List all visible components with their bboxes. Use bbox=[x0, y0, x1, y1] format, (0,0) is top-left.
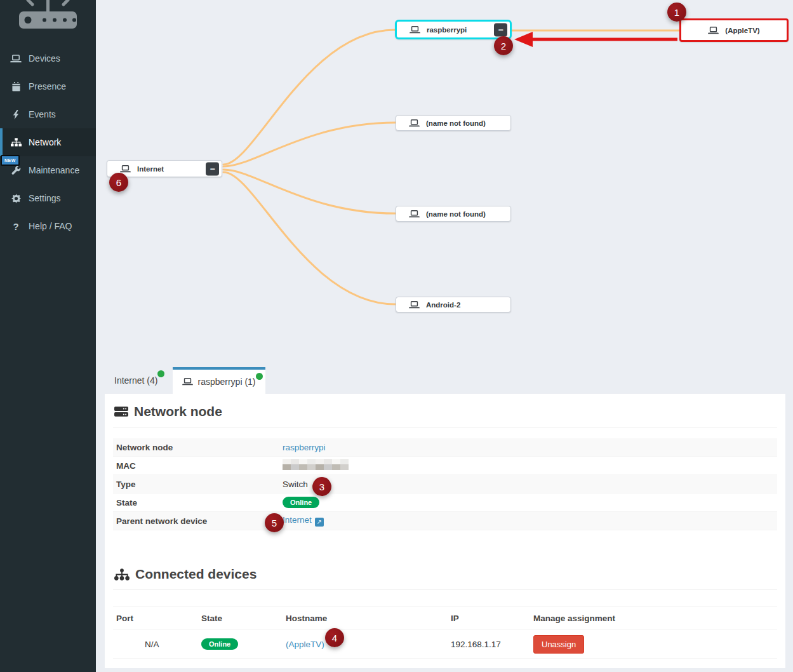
network-node-table: Network node raspberrypi MAC Type Switch… bbox=[113, 438, 777, 530]
port-value: N/A bbox=[116, 640, 201, 649]
annotation-arrow bbox=[514, 32, 677, 47]
connected-devices-table: Port State Hostname IP Manage assignment… bbox=[113, 606, 777, 659]
annotation-badge-4: 4 bbox=[325, 628, 344, 647]
sidebar-item-label: Settings bbox=[29, 193, 61, 203]
gear-icon bbox=[10, 194, 22, 203]
sitemap-icon bbox=[10, 138, 22, 147]
mac-redacted-value bbox=[283, 459, 349, 470]
laptop-icon bbox=[120, 165, 131, 173]
laptop-icon bbox=[409, 301, 420, 309]
detail-panel: Network node Network node raspberrypi MA… bbox=[105, 394, 785, 668]
row-label: MAC bbox=[116, 461, 283, 471]
type-value: Switch bbox=[283, 480, 774, 489]
sidebar-item-label: Network bbox=[29, 137, 61, 147]
section-title-text: Connected devices bbox=[135, 567, 257, 582]
divider bbox=[113, 427, 777, 427]
laptop-icon bbox=[708, 27, 719, 34]
col-state: State bbox=[201, 614, 286, 623]
detail-tabs: Internet (4) raspberrypi (1) bbox=[105, 367, 265, 394]
table-row: N/A Online (AppleTV) 192.168.1.17 Unassi… bbox=[113, 630, 777, 659]
router-illustration bbox=[0, 0, 96, 37]
annotation-badge-1: 1 bbox=[667, 3, 686, 22]
ip-value: 192.168.1.17 bbox=[451, 640, 533, 649]
connected-devices-section-title: Connected devices bbox=[114, 567, 777, 582]
table-row: MAC bbox=[113, 457, 777, 475]
unassign-button[interactable]: Unassign bbox=[533, 635, 584, 654]
sidebar-item-label: Maintenance bbox=[29, 165, 79, 175]
node-appletv[interactable]: (AppleTV) bbox=[679, 18, 789, 42]
status-badge: Online bbox=[283, 497, 319, 508]
sidebar-item-presence[interactable]: Presence bbox=[0, 72, 96, 100]
tab-label: raspberrypi (1) bbox=[197, 377, 255, 387]
sidebar-item-devices[interactable]: Devices bbox=[0, 44, 96, 72]
row-label: Type bbox=[116, 480, 283, 489]
sidebar-item-label: Help / FAQ bbox=[29, 221, 72, 231]
collapse-button[interactable]: − bbox=[494, 23, 507, 36]
network-node-link[interactable]: raspberrypi bbox=[283, 443, 326, 452]
table-row: Parent network device Internet↗ bbox=[113, 512, 777, 530]
annotation-badge-6: 6 bbox=[109, 173, 128, 192]
wrench-icon bbox=[10, 166, 22, 175]
node-label: (name not found) bbox=[426, 210, 486, 218]
col-ip: IP bbox=[451, 614, 533, 623]
hostname-link[interactable]: (AppleTV) bbox=[286, 640, 324, 649]
new-badge: NEW bbox=[1, 155, 20, 166]
divider bbox=[113, 589, 777, 590]
question-icon: ? bbox=[10, 221, 22, 232]
laptop-icon bbox=[10, 55, 22, 63]
laptop-icon bbox=[182, 378, 193, 386]
laptop-icon bbox=[409, 210, 420, 218]
table-row: State Online bbox=[113, 494, 777, 512]
row-label: Network node bbox=[116, 443, 283, 452]
tab-label: Internet (4) bbox=[114, 375, 157, 386]
collapse-button[interactable]: − bbox=[206, 162, 219, 175]
tab-internet[interactable]: Internet (4) bbox=[105, 367, 167, 394]
node-raspberrypi[interactable]: raspberrypi − bbox=[395, 20, 512, 39]
node-name-not-found-2[interactable]: (name not found) bbox=[396, 206, 511, 222]
sidebar-item-network[interactable]: Network bbox=[0, 128, 96, 156]
sidebar-item-maintenance[interactable]: NEW Maintenance bbox=[0, 156, 96, 184]
row-label: State bbox=[116, 498, 283, 507]
online-dot bbox=[157, 370, 164, 377]
node-label: (AppleTV) bbox=[725, 27, 759, 34]
node-label: (name not found) bbox=[426, 119, 486, 127]
col-hostname: Hostname bbox=[286, 614, 451, 623]
annotation-badge-2: 2 bbox=[494, 36, 513, 55]
sitemap-icon bbox=[114, 568, 130, 581]
sidebar-nav: Devices Presence Events Network NEW Main… bbox=[0, 44, 96, 240]
sidebar-item-label: Presence bbox=[29, 81, 66, 91]
col-manage: Manage assignment bbox=[533, 614, 774, 623]
section-title-text: Network node bbox=[134, 404, 222, 419]
node-label: raspberrypi bbox=[427, 26, 467, 34]
online-dot bbox=[256, 373, 263, 380]
laptop-icon bbox=[410, 26, 420, 34]
bolt-icon bbox=[10, 110, 22, 119]
col-port: Port bbox=[116, 614, 201, 623]
status-badge: Online bbox=[201, 638, 238, 650]
tab-raspberrypi[interactable]: raspberrypi (1) bbox=[173, 367, 265, 394]
sidebar-item-label: Devices bbox=[29, 53, 60, 64]
node-android-2[interactable]: Android-2 bbox=[396, 297, 511, 312]
laptop-icon bbox=[409, 119, 420, 127]
sidebar-item-label: Events bbox=[29, 109, 56, 119]
node-name-not-found-1[interactable]: (name not found) bbox=[396, 115, 511, 131]
sidebar-item-events[interactable]: Events bbox=[0, 100, 96, 128]
node-label: Android-2 bbox=[426, 301, 460, 309]
table-header-row: Port State Hostname IP Manage assignment bbox=[113, 607, 777, 630]
annotation-badge-3: 3 bbox=[312, 477, 331, 496]
network-node-section-title: Network node bbox=[114, 404, 777, 419]
main-content: Internet − raspberrypi − (name not found… bbox=[96, 0, 793, 672]
sidebar: Devices Presence Events Network NEW Main… bbox=[0, 0, 96, 672]
row-label: Parent network device bbox=[116, 516, 283, 526]
server-icon bbox=[114, 406, 128, 417]
external-link-icon[interactable]: ↗ bbox=[315, 518, 324, 527]
annotation-badge-5: 5 bbox=[265, 513, 284, 532]
table-row: Network node raspberrypi bbox=[113, 438, 777, 457]
table-row: Type Switch bbox=[113, 475, 777, 494]
calendar-icon bbox=[10, 82, 22, 91]
parent-device-link[interactable]: Internet bbox=[283, 515, 312, 525]
node-label: Internet bbox=[137, 165, 164, 173]
sidebar-item-settings[interactable]: Settings bbox=[0, 184, 96, 212]
sidebar-item-help[interactable]: ? Help / FAQ bbox=[0, 212, 96, 240]
